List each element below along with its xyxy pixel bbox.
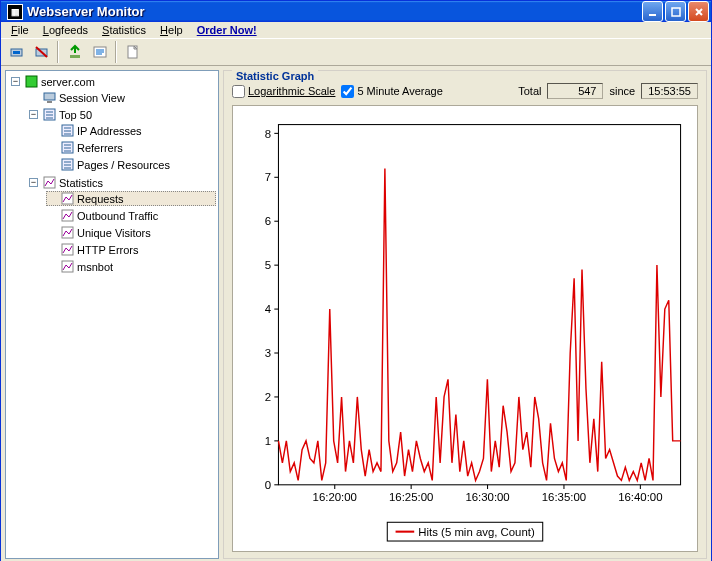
svg-text:7: 7 bbox=[265, 171, 271, 183]
tree-label: msnbot bbox=[77, 261, 113, 273]
svg-text:0: 0 bbox=[265, 479, 271, 491]
tree-item[interactable]: HTTP Errors bbox=[46, 242, 216, 257]
chart: 01234567816:20:0016:25:0016:30:0016:35:0… bbox=[232, 105, 698, 552]
chart-icon bbox=[61, 192, 74, 205]
svg-text:16:25:00: 16:25:00 bbox=[389, 491, 433, 503]
tool-connect-icon[interactable] bbox=[5, 41, 28, 63]
app-icon: ▦ bbox=[7, 4, 23, 20]
tool-export-icon[interactable] bbox=[63, 41, 86, 63]
window-title: Webserver Monitor bbox=[27, 4, 642, 19]
tree-label: Unique Visitors bbox=[77, 227, 151, 239]
collapse-icon[interactable]: − bbox=[29, 110, 38, 119]
chart-icon bbox=[61, 209, 74, 222]
tree-label: Referrers bbox=[77, 142, 123, 154]
since-label: since bbox=[609, 85, 635, 97]
tree-item[interactable]: Pages / Resources bbox=[46, 157, 216, 172]
list-icon bbox=[61, 141, 74, 154]
list-icon bbox=[61, 124, 74, 137]
tree-item[interactable]: Referrers bbox=[46, 140, 216, 155]
five-min-label: 5 Minute Average bbox=[357, 85, 442, 97]
svg-text:6: 6 bbox=[265, 215, 271, 227]
tool-disconnect-icon[interactable] bbox=[30, 41, 53, 63]
minimize-button[interactable] bbox=[642, 1, 663, 22]
svg-rect-9 bbox=[44, 93, 55, 100]
tree-label: HTTP Errors bbox=[77, 244, 139, 256]
titlebar[interactable]: ▦ Webserver Monitor bbox=[1, 1, 711, 22]
log-scale-checkbox[interactable]: Logarithmic Scale bbox=[232, 85, 335, 98]
tree-label: Requests bbox=[77, 193, 123, 205]
menu-order-now[interactable]: Order Now! bbox=[191, 22, 263, 38]
menu-statistics[interactable]: Statistics bbox=[96, 22, 152, 38]
tree-server-label: server.com bbox=[41, 76, 95, 88]
tree-statistics[interactable]: − Statistics bbox=[28, 175, 216, 190]
chart-svg: 01234567816:20:0016:25:0016:30:0016:35:0… bbox=[237, 110, 693, 547]
tree-label: IP Addresses bbox=[77, 125, 142, 137]
since-value: 15:53:55 bbox=[641, 83, 698, 99]
monitor-icon bbox=[43, 91, 56, 104]
svg-text:2: 2 bbox=[265, 391, 271, 403]
svg-rect-10 bbox=[47, 101, 52, 103]
svg-text:16:35:00: 16:35:00 bbox=[542, 491, 586, 503]
tree-label: Statistics bbox=[59, 177, 103, 189]
total-label: Total bbox=[518, 85, 541, 97]
svg-text:3: 3 bbox=[265, 347, 271, 359]
log-scale-input[interactable] bbox=[232, 85, 245, 98]
close-button[interactable] bbox=[688, 1, 709, 22]
chart-icon bbox=[43, 176, 56, 189]
svg-text:16:20:00: 16:20:00 bbox=[313, 491, 357, 503]
tree-item[interactable]: Requests bbox=[46, 191, 216, 206]
tool-settings-icon[interactable] bbox=[88, 41, 111, 63]
collapse-icon[interactable]: − bbox=[29, 178, 38, 187]
tree-server[interactable]: − server.com bbox=[10, 74, 216, 89]
tree-label: Pages / Resources bbox=[77, 159, 170, 171]
menubar: File Logfeeds Statistics Help Order Now! bbox=[1, 22, 711, 39]
collapse-icon[interactable]: − bbox=[11, 77, 20, 86]
toolbar bbox=[1, 39, 711, 66]
tree-label: Session View bbox=[59, 92, 125, 104]
graph-pane: Statistic Graph Logarithmic Scale 5 Minu… bbox=[223, 70, 707, 559]
svg-rect-21 bbox=[278, 125, 680, 485]
tool-new-icon[interactable] bbox=[121, 41, 144, 63]
svg-rect-0 bbox=[649, 14, 656, 16]
svg-rect-1 bbox=[672, 8, 680, 16]
tree-label: Top 50 bbox=[59, 109, 92, 121]
chart-icon bbox=[61, 243, 74, 256]
tree-item[interactable]: Outbound Traffic bbox=[46, 208, 216, 223]
svg-rect-8 bbox=[26, 76, 37, 87]
tree-session-view[interactable]: Session View bbox=[28, 90, 216, 105]
list-icon bbox=[61, 158, 74, 171]
tree-item[interactable]: Unique Visitors bbox=[46, 225, 216, 240]
graph-controls: Logarithmic Scale 5 Minute Average Total… bbox=[232, 81, 698, 105]
svg-text:1: 1 bbox=[265, 435, 271, 447]
svg-text:5: 5 bbox=[265, 259, 271, 271]
chart-icon bbox=[61, 226, 74, 239]
svg-text:8: 8 bbox=[265, 128, 271, 140]
tree-pane[interactable]: − server.com Session View bbox=[5, 70, 219, 559]
svg-text:Hits (5 min avg, Count): Hits (5 min avg, Count) bbox=[418, 526, 535, 538]
menu-file[interactable]: File bbox=[5, 22, 35, 38]
five-min-input[interactable] bbox=[341, 85, 354, 98]
maximize-button[interactable] bbox=[665, 1, 686, 22]
tree-label: Outbound Traffic bbox=[77, 210, 158, 222]
group-title: Statistic Graph bbox=[232, 70, 318, 82]
menu-logfeeds[interactable]: Logfeeds bbox=[37, 22, 94, 38]
toolbar-separator bbox=[115, 41, 117, 63]
chart-icon bbox=[61, 260, 74, 273]
app-window: ▦ Webserver Monitor File Logfeeds Statis… bbox=[0, 0, 712, 561]
server-icon bbox=[25, 75, 38, 88]
five-min-checkbox[interactable]: 5 Minute Average bbox=[341, 85, 442, 98]
svg-rect-3 bbox=[13, 51, 20, 54]
tree-item[interactable]: msnbot bbox=[46, 259, 216, 274]
tree-top50[interactable]: − Top 50 bbox=[28, 107, 216, 122]
svg-text:16:40:00: 16:40:00 bbox=[618, 491, 662, 503]
menu-help[interactable]: Help bbox=[154, 22, 189, 38]
log-scale-label: Logarithmic Scale bbox=[248, 85, 335, 97]
svg-text:4: 4 bbox=[265, 303, 272, 315]
total-value: 547 bbox=[547, 83, 603, 99]
tree: − server.com Session View bbox=[8, 73, 216, 277]
toolbar-separator bbox=[57, 41, 59, 63]
svg-text:16:30:00: 16:30:00 bbox=[465, 491, 509, 503]
svg-rect-5 bbox=[70, 55, 80, 58]
content: − server.com Session View bbox=[1, 66, 711, 561]
tree-item[interactable]: IP Addresses bbox=[46, 123, 216, 138]
